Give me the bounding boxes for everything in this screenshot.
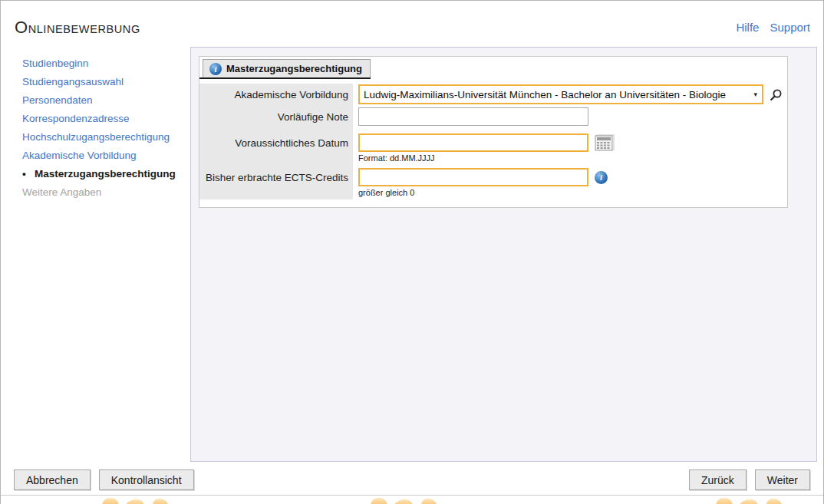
content-area: i Masterzugangsberechtigung Akademische … [190, 47, 817, 462]
zurueck-button[interactable]: Zurück [689, 469, 747, 490]
support-link[interactable]: Support [770, 21, 810, 34]
kontrollansicht-button[interactable]: Kontrollansicht [99, 469, 194, 490]
sidebar-nav: Studienbeginn Studiengangsauswahl Person… [22, 54, 187, 202]
form-body: Akademische Vorbildung Ludwig-Maximilian… [199, 79, 787, 198]
ects-credits-hint: größer gleich 0 [358, 188, 608, 198]
sidebar-item-akademische-vorbildung[interactable]: Akademische Vorbildung [22, 147, 187, 165]
abbrechen-button[interactable]: Abbrechen [14, 469, 91, 490]
info-icon[interactable]: i [595, 171, 608, 184]
page-title: ONLINEBEWERBUNG [15, 18, 140, 38]
date-format-hint: Format: dd.MM.JJJJ [358, 153, 615, 163]
page-title-rest: NLINEBEWERBUNG [28, 23, 140, 35]
calendar-icon[interactable] [595, 134, 615, 151]
hilfe-link[interactable]: Hilfe [736, 21, 759, 34]
watermark-fragment [713, 498, 797, 504]
form-panel: i Masterzugangsberechtigung Akademische … [199, 56, 788, 208]
select-value: Ludwig-Maximilians-Universität München -… [364, 89, 749, 100]
footer-divider [1, 495, 823, 496]
voraussichtliches-datum-input[interactable] [358, 133, 588, 152]
sidebar-item-label: Masterzugangsberechtigung [35, 168, 176, 180]
akademische-vorbildung-select[interactable]: Ludwig-Maximilians-Universität München -… [358, 84, 763, 104]
form-row-akademische-vorbildung: Akademische Vorbildung Ludwig-Maximilian… [199, 84, 787, 104]
field-label-voraussichtliches-datum: Voraussichtliches Datum [199, 133, 353, 152]
ects-credits-input[interactable] [358, 168, 588, 186]
sidebar-item-weitere-angaben: Weitere Angaben [22, 183, 187, 202]
application-window: ONLINEBEWERBUNG Hilfe Support Studienbeg… [0, 0, 824, 504]
sidebar-item-studiengangsauswahl[interactable]: Studiengangsauswahl [22, 73, 187, 91]
tab-strip: i Masterzugangsberechtigung [199, 59, 371, 79]
info-icon: i [209, 63, 222, 75]
current-step-bullet: • [22, 165, 35, 183]
watermark-fragment [99, 498, 183, 504]
tab-label: Masterzugangsberechtigung [226, 63, 362, 74]
field-label-vorlaeufige-note: Vorläufige Note [199, 107, 353, 126]
form-row-ects-credits: Bisher erbrachte ECTS-Credits i größer g… [199, 168, 787, 198]
sidebar-item-studienbeginn[interactable]: Studienbeginn [22, 54, 187, 73]
sidebar-item-masterzugangsberechtigung[interactable]: •Masterzugangsberechtigung [22, 165, 187, 183]
field-label-akademische-vorbildung: Akademische Vorbildung [199, 84, 353, 104]
search-icon[interactable] [770, 88, 783, 101]
page-title-initial: O [15, 18, 28, 37]
vorlaeufige-note-input[interactable] [358, 107, 588, 126]
form-row-vorlaeufige-note: Vorläufige Note [199, 107, 787, 126]
weiter-button[interactable]: Weiter [755, 469, 810, 490]
watermark-fragment [368, 498, 452, 504]
sidebar-item-personendaten[interactable]: Personendaten [22, 91, 187, 110]
footer-left-buttons: Abbrechen Kontrollansicht [14, 469, 194, 490]
sidebar-item-korrespondenzadresse[interactable]: Korrespondenzadresse [22, 110, 187, 128]
header-links: Hilfe Support [736, 21, 810, 34]
tab-masterzugangsberechtigung[interactable]: i Masterzugangsberechtigung [203, 59, 371, 77]
footer-right-buttons: Zurück Weiter [689, 469, 810, 490]
sidebar-item-hochschulzugangsberechtigung[interactable]: Hochschulzugangsberechtigung [22, 128, 187, 147]
field-label-ects-credits: Bisher erbrachte ECTS-Credits [199, 168, 353, 186]
form-row-voraussichtliches-datum: Voraussichtliches Datum [199, 133, 787, 163]
chevron-down-icon: ▾ [753, 91, 757, 98]
